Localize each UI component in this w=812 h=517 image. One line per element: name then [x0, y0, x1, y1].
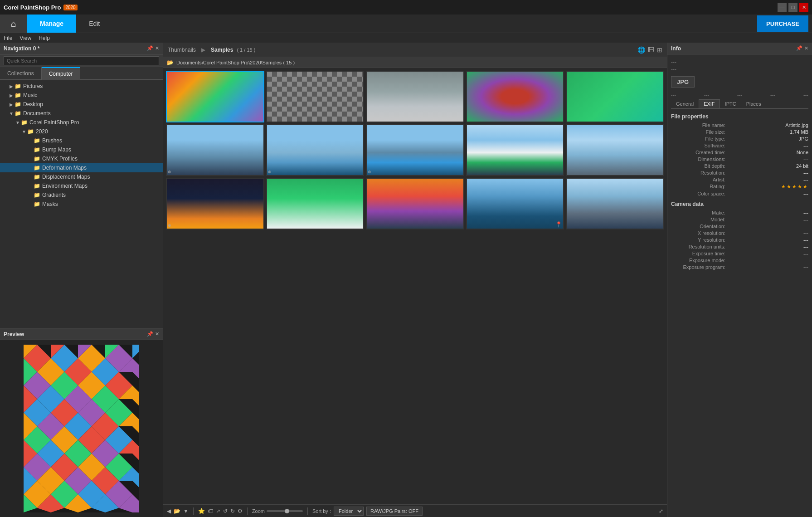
thumbnail-14[interactable]: 📍: [466, 178, 564, 229]
thumbnail-1[interactable]: [166, 71, 264, 122]
folder-browse-icon[interactable]: 📂: [174, 508, 180, 514]
menu-file[interactable]: File: [4, 35, 12, 41]
purchase-button[interactable]: PURCHASE: [757, 15, 808, 32]
info-close-button[interactable]: ✕: [804, 45, 808, 51]
rotate-left-icon[interactable]: ↺: [223, 508, 228, 514]
file-name-label: File name:: [671, 122, 725, 128]
folder-icon: 📁: [34, 156, 40, 162]
zoom-control: Zoom: [252, 508, 303, 514]
app-logo: Corel PaintShop Pro 2020: [4, 4, 78, 11]
sort-dropdown[interactable]: Folder Name Date Size: [334, 507, 364, 516]
settings-icon[interactable]: ⚙: [238, 508, 243, 514]
exp-prog-label: Exposure program:: [671, 264, 725, 270]
tree-item-environment[interactable]: 📁 Environment Maps: [0, 181, 163, 190]
tree-item-gradients[interactable]: 📁 Gradients: [0, 190, 163, 200]
tab-places[interactable]: Places: [741, 99, 766, 108]
tree-item-2020[interactable]: ▼ 📁 2020: [0, 127, 163, 136]
x-res-label: X resolution:: [671, 230, 725, 236]
tree-item-pictures[interactable]: ▶ 📁 Pictures: [0, 82, 163, 91]
dimensions-row: Dimensions: ---: [671, 156, 808, 162]
info-pin-button[interactable]: 📌: [796, 45, 802, 51]
camera-data-title: Camera data: [671, 201, 808, 207]
tab-collections[interactable]: Collections: [0, 67, 42, 80]
star-icon[interactable]: ⭐: [198, 508, 205, 514]
y-res-row: Y resolution: ---: [671, 237, 808, 243]
tree-item-bump-maps[interactable]: 📁 Bump Maps: [0, 145, 163, 154]
tree-item-deformation-maps[interactable]: 📁 Deformation Maps: [0, 163, 163, 172]
thumbnail-7[interactable]: ⊕: [266, 124, 365, 176]
home-button[interactable]: ⌂: [0, 15, 27, 33]
grid-icon[interactable]: ⊞: [657, 46, 662, 54]
file-tree: ▶ 📁 Pictures ▶ 📁 Music ▶ 📁 Desktop ▼ 📁 D…: [0, 80, 163, 328]
breadcrumb-current: Samples: [211, 47, 233, 53]
tag-icon[interactable]: 🏷: [208, 508, 213, 514]
tab-computer[interactable]: Computer: [42, 67, 81, 80]
nav-left-icon[interactable]: ◀: [167, 508, 171, 514]
tree-item-desktop[interactable]: ▶ 📁 Desktop: [0, 100, 163, 109]
thumbnail-11[interactable]: ⊕: [166, 178, 264, 229]
rotate-right-icon[interactable]: ↻: [230, 508, 235, 514]
zoom-slider[interactable]: [267, 510, 303, 512]
thumbnail-8[interactable]: ⊕: [366, 124, 464, 176]
exp-prog-row: Exposure program: ---: [671, 264, 808, 270]
thumbnail-15[interactable]: [566, 178, 664, 229]
model-value: ---: [799, 217, 808, 222]
panel-close-button[interactable]: ✕: [155, 45, 159, 51]
close-button[interactable]: ✕: [799, 3, 808, 12]
tree-item-documents[interactable]: ▼ 📁 Documents: [0, 109, 163, 118]
thumbnail-9[interactable]: [466, 124, 564, 176]
tree-item-brushes[interactable]: 📁 Brushes: [0, 136, 163, 145]
dimensions-label: Dimensions:: [671, 156, 725, 162]
tab-edit[interactable]: Edit: [76, 15, 112, 33]
thumbnail-6[interactable]: ⊕: [166, 124, 264, 176]
tree-label: Gradients: [42, 192, 66, 198]
thumbnail-3[interactable]: [366, 71, 464, 122]
view-controls: 🌐 🎞 ⊞: [637, 46, 662, 54]
tab-general[interactable]: General: [671, 99, 699, 108]
breadcrumb-count: ( 1 / 15 ): [237, 47, 255, 53]
minimize-button[interactable]: —: [778, 3, 787, 12]
dropdown-arrow-icon[interactable]: ▼: [183, 508, 189, 514]
thumbnail-13[interactable]: [366, 178, 464, 229]
tree-item-masks[interactable]: 📁 Masks: [0, 200, 163, 209]
film-icon[interactable]: 🎞: [648, 46, 654, 54]
menu-help[interactable]: Help: [39, 35, 50, 41]
tab-manage[interactable]: Manage: [27, 15, 76, 33]
info-dash-2: ---: [671, 66, 808, 73]
tree-arrow: ▼: [21, 129, 27, 134]
navigation-panel-header: Navigation 0 * 📌 ✕: [0, 43, 163, 54]
raw-jpg-button[interactable]: RAW/JPG Pairs: OFF: [366, 507, 423, 516]
folder-icon: 📁: [34, 146, 40, 153]
thumbnail-10[interactable]: [566, 124, 664, 176]
software-label: Software:: [671, 143, 725, 148]
thumbnail-4[interactable]: [466, 71, 564, 122]
panel-pin-button[interactable]: 📌: [147, 45, 153, 51]
tree-item-displacement[interactable]: 📁 Displacement Maps: [0, 172, 163, 181]
globe-icon[interactable]: 🌐: [637, 46, 645, 54]
thumbnail-12[interactable]: [266, 178, 365, 229]
tree-item-cmyk[interactable]: 📁 CMYK Profiles: [0, 154, 163, 163]
tree-arrow: ▶: [8, 93, 15, 98]
tree-item-corel[interactable]: ▼ 📁 Corel PaintShop Pro: [0, 118, 163, 127]
expand-icon[interactable]: ⤢: [659, 508, 663, 514]
preview-pin-button[interactable]: 📌: [147, 331, 153, 337]
panel-controls: 📌 ✕: [147, 45, 159, 51]
tab-iptc[interactable]: IPTC: [720, 99, 741, 108]
tree-item-music[interactable]: ▶ 📁 Music: [0, 91, 163, 100]
tab-exif[interactable]: EXIF: [699, 99, 720, 108]
file-name-row: File name: Artistic.jpg: [671, 122, 808, 128]
make-value: ---: [799, 210, 808, 215]
maximize-button[interactable]: □: [788, 3, 797, 12]
tree-label: Documents: [23, 110, 51, 117]
share-icon[interactable]: ↗: [216, 508, 220, 514]
tree-label: Pictures: [23, 83, 43, 89]
preview-close-button[interactable]: ✕: [155, 331, 159, 337]
thumbnail-badge: ⊕: [268, 170, 272, 174]
thumbnail-2[interactable]: [266, 71, 365, 122]
menu-view[interactable]: View: [19, 35, 31, 41]
version-badge: 2020: [63, 5, 77, 10]
quick-search-input[interactable]: [4, 56, 159, 65]
software-row: Software: ---: [671, 143, 808, 148]
thumbnail-5[interactable]: [566, 71, 664, 122]
bit-depth-row: Bit depth: 24 bit: [671, 163, 808, 169]
